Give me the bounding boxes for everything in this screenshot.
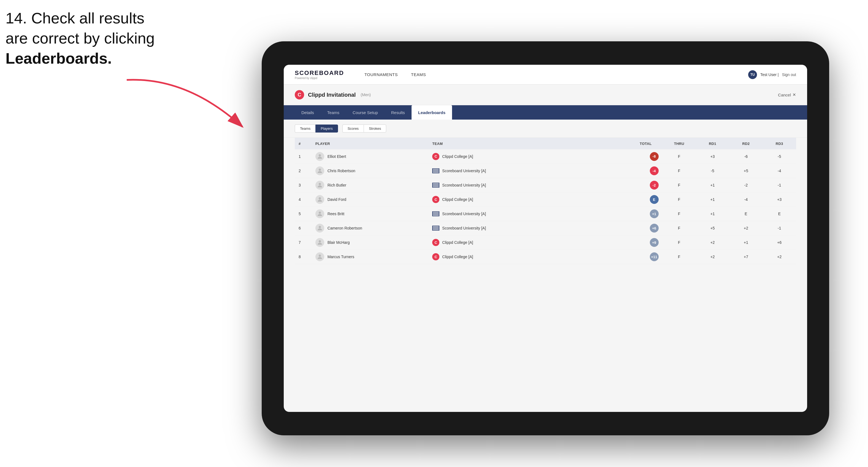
filter-group-players: Teams Players <box>295 125 338 132</box>
nav-teams[interactable]: TEAMS <box>404 65 433 85</box>
player-avatar <box>315 252 324 261</box>
cell-rd2: E <box>729 207 763 221</box>
table-row: 5 Rees Britt Scoreboard University [A] +… <box>295 207 796 221</box>
score-badge: +11 <box>650 252 659 261</box>
svg-point-8 <box>319 255 321 257</box>
tournament-title-area: C Clippd Invitational (Men) <box>295 90 371 99</box>
cell-rank: 4 <box>295 192 312 207</box>
tournament-division: (Men) <box>361 93 371 97</box>
col-rank: # <box>295 138 312 149</box>
col-rd2: RD2 <box>729 138 763 149</box>
cell-team: C Clippd College [A] <box>428 235 629 250</box>
player-name: Elliot Ebert <box>328 154 346 159</box>
cell-player: Elliot Ebert <box>312 149 429 164</box>
table-row: 1 Elliot Ebert C Clippd College [A] -8F+… <box>295 149 796 164</box>
player-avatar <box>315 224 324 232</box>
cell-rd2: +2 <box>729 221 763 235</box>
team-logo-clippd: C <box>432 196 439 203</box>
cell-rd3: -5 <box>763 149 796 164</box>
cell-rd1: +3 <box>696 149 729 164</box>
team-logo-scoreboard <box>432 211 439 216</box>
col-total: TOTAL <box>629 138 662 149</box>
cell-rd1: +1 <box>696 178 729 192</box>
logo-sub: Powered by clippd <box>295 76 344 80</box>
cancel-button[interactable]: Cancel ✕ <box>778 92 796 97</box>
filter-scores-button[interactable]: Scores <box>342 125 364 132</box>
tablet-screen: SCOREBOARD Powered by clippd TOURNAMENTS… <box>284 65 807 412</box>
cell-rd3: E <box>763 207 796 221</box>
cell-rd3: +6 <box>763 235 796 250</box>
cell-team: Scoreboard University [A] <box>428 207 629 221</box>
cell-rd3: +2 <box>763 250 796 264</box>
player-avatar <box>315 181 324 190</box>
cell-rd1: +1 <box>696 207 729 221</box>
score-badge: -4 <box>650 166 659 175</box>
nav-signout[interactable]: Sign out <box>782 72 796 77</box>
cell-rd2: -4 <box>729 192 763 207</box>
cell-thru: F <box>662 178 696 192</box>
cell-rd3: +3 <box>763 192 796 207</box>
cell-player: Marcus Turners <box>312 250 429 264</box>
cell-thru: F <box>662 235 696 250</box>
table-row: 3 Rich Butler Scoreboard University [A] … <box>295 178 796 192</box>
nav-tournaments[interactable]: TOURNAMENTS <box>358 65 404 85</box>
svg-point-2 <box>319 168 321 171</box>
table-body: 1 Elliot Ebert C Clippd College [A] -8F+… <box>295 149 796 264</box>
filter-group-scores: Scores Strokes <box>342 125 386 132</box>
cell-rd1: -5 <box>696 164 729 178</box>
cell-player: Cameron Robertson <box>312 221 429 235</box>
tablet-frame: SCOREBOARD Powered by clippd TOURNAMENTS… <box>262 41 829 435</box>
team-logo-scoreboard <box>432 226 439 230</box>
table-header: # PLAYER TEAM TOTAL THRU RD1 RD2 RD3 <box>295 138 796 149</box>
team-name: Clippd College [A] <box>442 240 473 245</box>
tab-leaderboards[interactable]: Leaderboards <box>411 105 452 120</box>
tab-teams[interactable]: Teams <box>321 105 346 120</box>
col-thru: THRU <box>662 138 696 149</box>
score-badge: -2 <box>650 181 659 190</box>
nav-username: Test User | <box>760 72 779 77</box>
tab-results[interactable]: Results <box>384 105 411 120</box>
tab-details[interactable]: Details <box>295 105 321 120</box>
instruction-text: 14. Check all results are correct by cli… <box>5 8 155 68</box>
cell-total: E <box>629 192 662 207</box>
tournament-name: Clippd Invitational <box>308 92 355 98</box>
team-logo-clippd: C <box>432 153 439 160</box>
filter-teams-button[interactable]: Teams <box>295 125 315 132</box>
player-name: Blair McHarg <box>328 240 350 245</box>
cell-thru: F <box>662 164 696 178</box>
cell-rd3: -1 <box>763 178 796 192</box>
cell-rd2: -2 <box>729 178 763 192</box>
cell-rd2: +1 <box>729 235 763 250</box>
cell-rd1: +1 <box>696 192 729 207</box>
player-avatar <box>315 238 324 247</box>
svg-point-3 <box>319 183 321 185</box>
cell-team: C Clippd College [A] <box>428 149 629 164</box>
svg-point-5 <box>319 212 321 214</box>
player-name: Cameron Robertson <box>328 226 362 230</box>
cell-rank: 6 <box>295 221 312 235</box>
filter-players-button[interactable]: Players <box>315 125 338 132</box>
tab-course-setup[interactable]: Course Setup <box>346 105 384 120</box>
team-logo-clippd: C <box>432 239 439 246</box>
player-avatar <box>315 152 324 161</box>
player-name: Rees Britt <box>328 212 344 216</box>
cell-player: Rich Butler <box>312 178 429 192</box>
tournament-header: C Clippd Invitational (Men) Cancel ✕ <box>284 85 807 105</box>
cell-thru: F <box>662 221 696 235</box>
svg-point-7 <box>319 240 321 243</box>
svg-point-4 <box>319 197 321 199</box>
cell-total: -2 <box>629 178 662 192</box>
table-row: 6 Cameron Robertson Scoreboard Universit… <box>295 221 796 235</box>
tab-bar: Details Teams Course Setup Results Leade… <box>284 105 807 120</box>
cell-rank: 5 <box>295 207 312 221</box>
col-rd1: RD1 <box>696 138 729 149</box>
cell-player: David Ford <box>312 192 429 207</box>
team-logo-scoreboard <box>432 183 439 188</box>
cell-total: +1 <box>629 207 662 221</box>
cell-rank: 7 <box>295 235 312 250</box>
cell-team: C Clippd College [A] <box>428 192 629 207</box>
filter-bar: Teams Players Scores Strokes <box>284 120 807 138</box>
filter-strokes-button[interactable]: Strokes <box>364 125 386 132</box>
cell-rd1: +2 <box>696 250 729 264</box>
cell-total: +11 <box>629 250 662 264</box>
